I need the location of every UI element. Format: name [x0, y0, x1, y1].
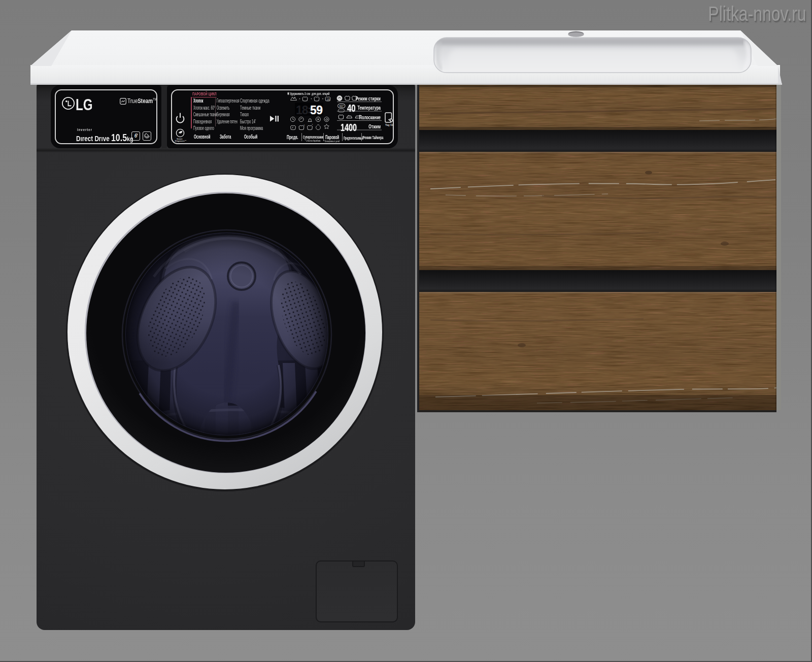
- svg-text:+: +: [303, 124, 305, 126]
- svg-text:*: *: [312, 124, 313, 126]
- svg-text:Tag On: Tag On: [385, 123, 394, 126]
- svg-text:Diagnosis™: Diagnosis™: [175, 140, 187, 142]
